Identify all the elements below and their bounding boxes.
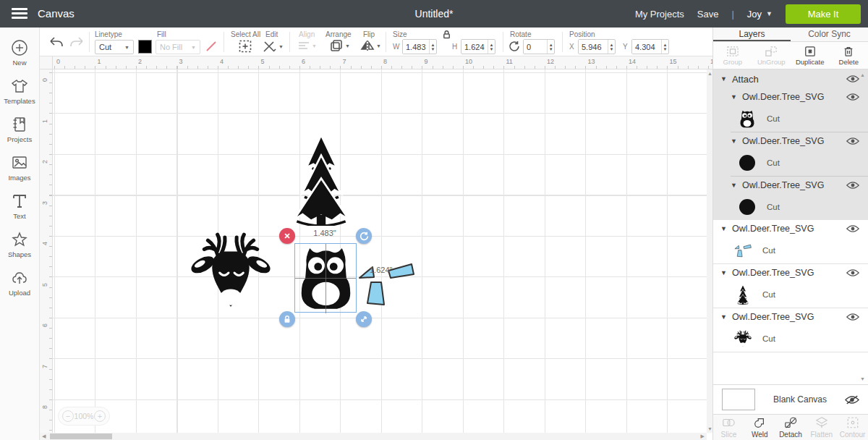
design-canvas[interactable]: 012345678910111213141516 012345678 1.483… xyxy=(40,56,712,440)
shape-deer-head[interactable] xyxy=(190,232,272,314)
lock-handle[interactable] xyxy=(279,311,295,327)
flatten-button[interactable]: Flatten xyxy=(806,415,837,440)
scroll-up-arrow[interactable]: ▲ xyxy=(707,71,712,76)
collapse-arrow-icon[interactable]: ▼ xyxy=(720,269,727,276)
layer-operation[interactable]: Cut xyxy=(762,334,775,343)
attach-group-header[interactable]: ▼ Attach xyxy=(713,69,868,88)
sidebar-item-templates[interactable]: Templates xyxy=(0,72,39,110)
linetype-dropdown[interactable]: Cut▼ xyxy=(95,40,134,54)
x-position-input[interactable] xyxy=(579,40,608,54)
collapse-arrow-icon[interactable]: ▼ xyxy=(731,93,737,101)
selection-bounding-box[interactable] xyxy=(294,243,357,313)
visibility-eye-icon[interactable] xyxy=(846,313,861,321)
scroll-right-arrow[interactable]: ▶ xyxy=(701,433,705,439)
y-stepper[interactable]: ▲▼ xyxy=(661,40,668,54)
fill-dropdown[interactable]: No Fill▼ xyxy=(156,40,200,54)
sidebar-item-new[interactable]: New xyxy=(0,33,39,72)
save-link[interactable]: Save xyxy=(697,9,719,20)
collapse-arrow-icon[interactable]: ▼ xyxy=(731,138,737,145)
sidebar-item-text[interactable]: Text xyxy=(0,187,39,225)
zoom-out-button[interactable]: − xyxy=(62,410,74,422)
edit-button[interactable]: ▼ xyxy=(263,40,284,53)
sidebar-item-projects[interactable]: Projects xyxy=(0,110,39,148)
layer-thumbnail-deer[interactable] xyxy=(733,329,752,348)
tab-color-sync[interactable]: Color Sync xyxy=(791,28,868,41)
rotate-input[interactable] xyxy=(524,40,547,54)
x-stepper[interactable]: ▲▼ xyxy=(608,40,615,54)
blank-canvas-swatch[interactable] xyxy=(722,389,755,410)
sidebar-item-upload[interactable]: Upload xyxy=(0,263,39,302)
my-projects-link[interactable]: My Projects xyxy=(635,9,684,20)
layer-operation[interactable]: Cut xyxy=(767,203,780,211)
layer-item[interactable]: ▼ Owl.Deer.Tree_SVG Cut xyxy=(713,308,868,352)
delete-handle[interactable]: ✕ xyxy=(279,228,295,244)
undo-button[interactable] xyxy=(48,35,64,48)
arrange-button[interactable]: ▼ xyxy=(329,38,350,53)
collapse-arrow-icon[interactable]: ▼ xyxy=(720,313,727,321)
flip-button[interactable]: ▼ xyxy=(360,40,381,51)
zoom-in-button[interactable]: + xyxy=(94,410,106,422)
tab-layers[interactable]: Layers xyxy=(713,28,791,41)
horizontal-scrollbar[interactable]: ◀ ▶ xyxy=(40,433,707,440)
canvas-grid[interactable] xyxy=(53,69,707,433)
select-all-button[interactable] xyxy=(239,40,252,53)
delete-button[interactable]: Delete xyxy=(830,42,868,69)
shape-christmas-tree[interactable] xyxy=(288,136,354,226)
blank-canvas-row[interactable]: Blank Canvas xyxy=(713,384,868,414)
size-lock-button[interactable] xyxy=(442,30,451,39)
align-button[interactable]: ▼ xyxy=(297,41,317,51)
layer-operation[interactable]: Cut xyxy=(767,158,780,167)
visibility-eye-icon[interactable] xyxy=(846,93,861,101)
layers-scroll-down-arrow[interactable]: ▼ xyxy=(860,376,865,381)
layers-scroll-up-arrow[interactable]: ▲ xyxy=(860,72,865,77)
y-position-input[interactable] xyxy=(632,40,661,54)
contour-button[interactable]: Contour xyxy=(837,415,868,440)
collapse-arrow-icon[interactable]: ▼ xyxy=(720,225,727,232)
scroll-left-arrow[interactable]: ◀ xyxy=(42,433,46,439)
width-stepper[interactable]: ▲▼ xyxy=(429,40,436,54)
layer-item[interactable]: ▼ Owl.Deer.Tree_SVG Cut xyxy=(713,264,868,308)
layer-item[interactable]: ▼ Owl.Deer.Tree_SVG Cut xyxy=(713,220,868,264)
visibility-eye-off-icon[interactable] xyxy=(845,395,859,405)
visibility-eye-icon[interactable] xyxy=(846,137,861,145)
weld-button[interactable]: Weld xyxy=(744,415,775,440)
collapse-arrow-icon[interactable]: ▼ xyxy=(731,182,737,189)
scrollbar-thumb[interactable] xyxy=(50,433,112,439)
layer-thumbnail-owl[interactable] xyxy=(738,109,757,128)
width-input[interactable] xyxy=(403,40,429,54)
sidebar-item-images[interactable]: Images xyxy=(0,148,39,187)
scroll-down-arrow[interactable]: ▼ xyxy=(707,426,712,431)
layer-thumbnail-black-circle[interactable] xyxy=(738,153,757,172)
resize-handle[interactable] xyxy=(356,311,372,327)
redo-button[interactable] xyxy=(69,35,85,48)
visibility-eye-icon[interactable] xyxy=(846,181,861,190)
rotate-handle[interactable] xyxy=(356,228,372,244)
layer-operation[interactable]: Cut xyxy=(762,246,775,255)
layer-operation[interactable]: Cut xyxy=(767,114,780,123)
ungroup-button[interactable]: UnGroup xyxy=(752,42,791,69)
visibility-eye-icon[interactable] xyxy=(846,268,861,277)
layer-thumbnail-blue-pieces[interactable] xyxy=(733,241,752,260)
layer-operation[interactable]: Cut xyxy=(762,290,775,299)
sidebar-item-shapes[interactable]: Shapes xyxy=(0,225,39,263)
vertical-scrollbar[interactable]: ▲ ▼ xyxy=(707,69,712,433)
group-button[interactable]: Group xyxy=(713,42,752,69)
layer-item[interactable]: ▼ Owl.Deer.Tree_SVG Cut xyxy=(713,177,868,220)
collapse-arrow-icon[interactable]: ▼ xyxy=(720,75,727,82)
height-stepper[interactable]: ▲▼ xyxy=(488,40,495,54)
make-it-button[interactable]: Make It xyxy=(786,4,861,24)
layer-item[interactable]: ▼ Owl.Deer.Tree_SVG Cut xyxy=(713,88,868,132)
fill-none-slash-icon[interactable] xyxy=(205,40,218,53)
visibility-eye-icon[interactable] xyxy=(846,75,861,83)
height-input[interactable] xyxy=(461,40,488,54)
layer-item[interactable]: ▼ Owl.Deer.Tree_SVG Cut xyxy=(713,132,868,177)
rotate-button[interactable] xyxy=(509,41,520,52)
layer-thumbnail-black-circle[interactable] xyxy=(738,198,757,216)
duplicate-button[interactable]: Duplicate xyxy=(791,42,830,69)
detach-button[interactable]: Detach xyxy=(775,415,807,440)
machine-selector[interactable]: Joy ▼ xyxy=(747,9,773,20)
layer-thumbnail-tree[interactable] xyxy=(733,285,752,304)
attach-group[interactable]: ▼ Attach ▼ Owl.Deer.Tree_SVG Cut xyxy=(713,69,868,220)
rotate-stepper[interactable]: ▲▼ xyxy=(547,40,554,54)
visibility-eye-icon[interactable] xyxy=(846,224,861,233)
